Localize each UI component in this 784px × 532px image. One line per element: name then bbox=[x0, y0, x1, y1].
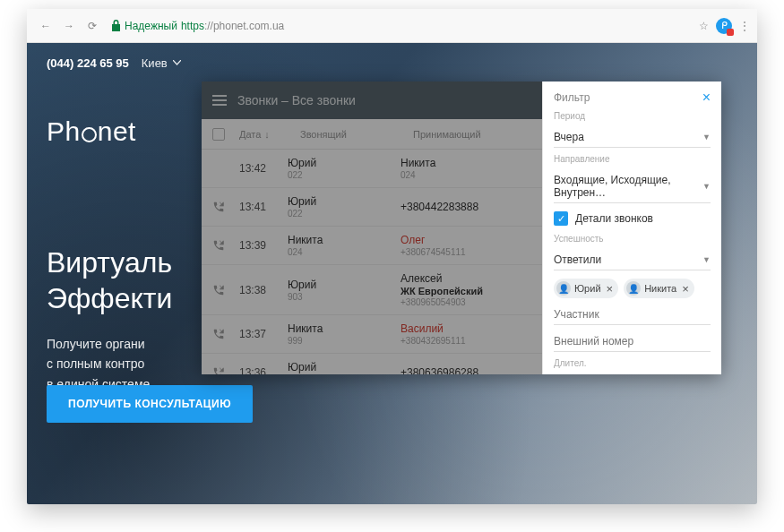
direction-label: Направление bbox=[554, 154, 711, 164]
table-row[interactable]: 13:39 Никита024 Олег+380674545111 bbox=[202, 227, 542, 265]
caller-name: Юрий bbox=[288, 195, 401, 208]
extension-icon[interactable]: ᑭ bbox=[716, 18, 732, 34]
call-time: 13:36 bbox=[239, 366, 288, 374]
call-time: 13:37 bbox=[239, 328, 288, 340]
secure-badge: Надежный bbox=[111, 20, 177, 32]
caller-ext: 024 bbox=[288, 247, 401, 257]
avatar-icon: 👤 bbox=[556, 281, 571, 296]
lock-icon bbox=[111, 20, 121, 31]
site-logo: Phnet bbox=[47, 116, 136, 147]
caller-name: Юрий bbox=[288, 361, 401, 373]
cta-button[interactable]: ПОЛУЧИТЬ КОНСУЛЬТАЦИЮ bbox=[47, 385, 253, 423]
receiver-name: +380636986288 bbox=[401, 366, 531, 374]
call-time: 13:42 bbox=[239, 162, 288, 175]
receiver-sub: +380432695111 bbox=[401, 336, 531, 346]
filter-chip[interactable]: 👤Юрий× bbox=[554, 279, 618, 298]
menu-icon[interactable]: ⋮ bbox=[739, 20, 750, 32]
contact-phone: (044) 224 65 95 bbox=[47, 56, 129, 70]
period-select[interactable]: Вчера▼ bbox=[554, 127, 711, 148]
table-row[interactable]: 13:42 Юрий022 Никита024 bbox=[202, 150, 542, 188]
call-direction-icon bbox=[212, 201, 239, 213]
site-topbar: (044) 224 65 95 Киев bbox=[27, 43, 757, 82]
success-label: Успешность bbox=[554, 234, 711, 244]
caller-name: Никита bbox=[288, 322, 401, 335]
table-row[interactable]: 13:36 Юрий903 +380636986288 bbox=[202, 354, 542, 374]
forward-icon[interactable]: → bbox=[61, 18, 77, 34]
popup-title: Звонки – Все звонки bbox=[237, 93, 356, 107]
receiver-name: Никита bbox=[401, 157, 531, 169]
caller-name: Юрий bbox=[288, 157, 401, 169]
table-row[interactable]: 13:38 Юрий903 АлексейЖК Европейский+3809… bbox=[202, 265, 542, 315]
calls-popup: Звонки – Все звонки Дата ↓ Звонящий Прин… bbox=[202, 82, 721, 374]
avatar-icon: 👤 bbox=[626, 281, 641, 296]
address-bar[interactable]: https://phonet.com.ua bbox=[181, 20, 284, 32]
call-direction-icon bbox=[212, 284, 239, 296]
call-direction-icon bbox=[212, 328, 239, 340]
call-time: 13:39 bbox=[239, 239, 288, 252]
caller-name: Юрий bbox=[288, 279, 401, 291]
filter-panel: Фильтр × Период Вчера▼ Направление Входя… bbox=[542, 82, 721, 374]
call-time: 13:41 bbox=[239, 201, 288, 213]
filter-title: Фильтр bbox=[554, 91, 590, 104]
chevron-down-icon bbox=[173, 60, 181, 65]
call-direction-icon bbox=[212, 366, 239, 374]
period-label: Период bbox=[554, 111, 711, 121]
receiver-name: Алексей bbox=[401, 272, 531, 285]
popup-header: Звонки – Все звонки bbox=[202, 82, 542, 119]
star-icon[interactable]: ☆ bbox=[699, 20, 709, 32]
back-icon[interactable]: ← bbox=[38, 18, 54, 34]
hero-text: Виртуаль Эффекти Получите органи с полны… bbox=[47, 245, 172, 394]
receiver-sub: 024 bbox=[401, 170, 531, 180]
call-direction-icon bbox=[212, 239, 239, 252]
participant-input[interactable] bbox=[554, 305, 711, 325]
receiver-name: +380442283888 bbox=[401, 201, 531, 213]
caller-ext: 022 bbox=[288, 209, 401, 219]
filter-chip[interactable]: 👤Никита× bbox=[624, 279, 694, 298]
caller-name: Никита bbox=[288, 234, 401, 246]
receiver-sub: +380674545111 bbox=[401, 247, 531, 257]
select-all-checkbox[interactable] bbox=[212, 128, 225, 141]
call-time: 13:38 bbox=[239, 284, 288, 296]
receiver-name: Василий bbox=[401, 322, 531, 335]
receiver-sub: +380965054903 bbox=[401, 297, 531, 307]
external-number-input[interactable] bbox=[554, 331, 711, 352]
browser-toolbar: ← → ⟳ Надежный https://phonet.com.ua ☆ ᑭ… bbox=[27, 9, 757, 43]
caller-ext: 903 bbox=[288, 292, 401, 302]
caller-ext: 022 bbox=[288, 170, 401, 180]
chip-remove-icon[interactable]: × bbox=[682, 282, 689, 296]
hamburger-icon[interactable] bbox=[212, 95, 227, 106]
table-header: Дата ↓ Звонящий Принимающий bbox=[202, 119, 542, 150]
sort-down-icon[interactable]: ↓ bbox=[264, 129, 270, 140]
caller-ext: 999 bbox=[288, 336, 401, 346]
check-icon: ✓ bbox=[554, 211, 568, 226]
table-row[interactable]: 13:41 Юрий022 +380442283888 bbox=[202, 188, 542, 227]
receiver-name: Олег bbox=[401, 234, 531, 246]
success-select[interactable]: Ответили▼ bbox=[554, 250, 711, 270]
reload-icon[interactable]: ⟳ bbox=[84, 18, 100, 34]
table-row[interactable]: 13:37 Никита999 Василий+380432695111 bbox=[202, 315, 542, 354]
direction-select[interactable]: Входящие, Исходящие, Внутрен…▼ bbox=[554, 170, 711, 203]
chip-remove-icon[interactable]: × bbox=[607, 282, 614, 296]
city-select[interactable]: Киев bbox=[142, 56, 181, 70]
details-checkbox[interactable]: ✓ Детали звонков bbox=[554, 211, 711, 226]
duration-label: Длител. bbox=[554, 358, 711, 368]
close-icon[interactable]: × bbox=[702, 90, 711, 105]
